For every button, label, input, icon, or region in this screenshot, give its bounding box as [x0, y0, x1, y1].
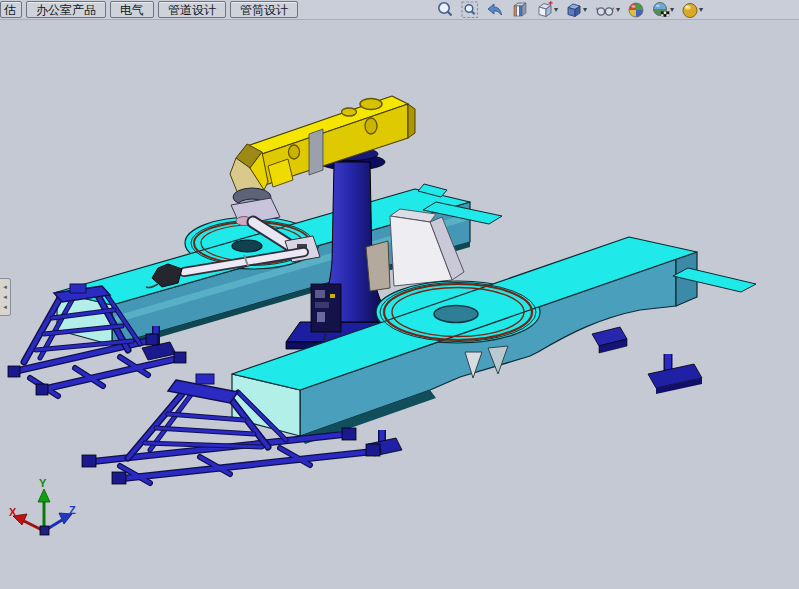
command-manager-toolbar: 估 办公室产品 电气 管道设计 管筒设计: [0, 0, 799, 20]
view-settings-button[interactable]: ▾: [681, 1, 703, 19]
viewport-3d[interactable]: X Y Z: [0, 20, 799, 589]
zoom-to-fit-button[interactable]: [436, 1, 454, 19]
section-view-button[interactable]: [511, 1, 529, 19]
heads-up-view-toolbar: ▾ ▾ ▾: [436, 1, 703, 19]
z-axis-label: Z: [69, 504, 76, 516]
tab-evaluate-partial[interactable]: 估: [0, 1, 22, 18]
display-style-button[interactable]: ▾: [565, 1, 587, 19]
previous-view-icon: [486, 1, 504, 19]
tab-label: 管道设计: [168, 3, 216, 17]
hide-show-items-button[interactable]: ▾: [594, 1, 620, 19]
view-settings-sphere-icon: [681, 1, 699, 19]
x-axis-label: X: [9, 506, 17, 518]
tab-tubing-design[interactable]: 管筒设计: [230, 1, 298, 18]
dropdown-caret[interactable]: ▾: [616, 1, 620, 19]
section-view-icon: [511, 1, 529, 19]
tab-label: 估: [4, 3, 16, 17]
collapse-arrow-icon: ◂: [3, 302, 7, 312]
zoom-to-area-button[interactable]: [461, 1, 479, 19]
eyeglasses-icon: [594, 1, 616, 19]
y-axis-label: Y: [39, 477, 47, 489]
collapse-arrow-icon: ◂: [3, 292, 7, 302]
tab-electrical[interactable]: 电气: [110, 1, 154, 18]
dropdown-caret[interactable]: ▾: [670, 1, 674, 19]
dropdown-caret[interactable]: ▾: [554, 1, 558, 19]
dropdown-caret[interactable]: ▾: [699, 1, 703, 19]
apply-scene-button[interactable]: ▾: [652, 1, 674, 19]
view-orientation-button[interactable]: ▾: [536, 1, 558, 19]
tab-label: 电气: [120, 3, 144, 17]
view-orientation-icon: [536, 1, 554, 19]
display-style-icon: [565, 1, 583, 19]
tab-office-products[interactable]: 办公室产品: [26, 1, 106, 18]
dropdown-caret[interactable]: ▾: [583, 1, 587, 19]
zoom-to-area-icon: [461, 1, 479, 19]
tab-piping-design[interactable]: 管道设计: [158, 1, 226, 18]
zoom-to-fit-icon: [436, 1, 454, 19]
collapse-arrow-icon: ◂: [3, 282, 7, 292]
apply-scene-icon: [652, 1, 670, 19]
tab-label: 管筒设计: [240, 3, 288, 17]
triad-origin: [40, 526, 49, 535]
edit-appearance-button[interactable]: [627, 1, 645, 19]
feature-panel-collapsed-tab[interactable]: ◂ ◂ ◂: [0, 278, 11, 316]
tab-label: 办公室产品: [36, 3, 96, 17]
appearance-sphere-icon: [627, 1, 645, 19]
previous-view-button[interactable]: [486, 1, 504, 19]
